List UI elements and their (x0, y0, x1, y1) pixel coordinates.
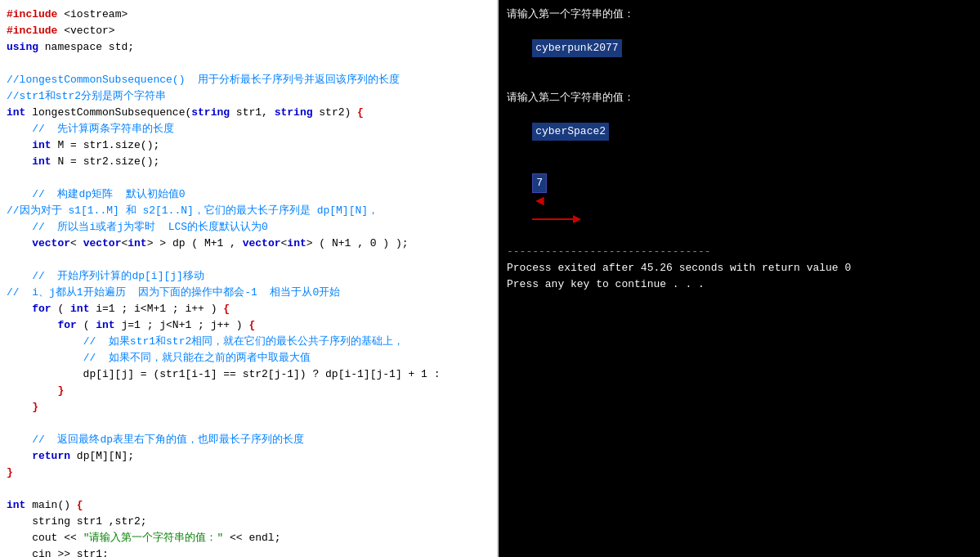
terminal-input1: cyberpunk2077 (507, 23, 972, 74)
red-arrow-icon: ◄ (535, 193, 544, 209)
code-line: // i、j都从1开始遍历 因为下面的操作中都会-1 相当于从0开始 (0, 285, 497, 301)
code-line: //longestCommonSubsequence() 用于分析最长子序列号并… (0, 72, 497, 88)
code-line: dp[i][j] = (str1[i-1] == str2[j-1]) ? dp… (0, 366, 497, 383)
code-line: //str1和str2分别是两个字符串 (0, 88, 497, 105)
code-line: int N = str2.size(); (0, 154, 497, 170)
code-line: for ( int j=1 ; j<N+1 ; j++ ) { (0, 317, 497, 334)
code-line: cin >> str1; (0, 546, 497, 557)
code-line: // 先计算两条字符串的长度 (0, 121, 497, 137)
terminal-spacer (507, 74, 972, 90)
terminal-exit-msg: Process exited after 45.26 seconds with … (507, 260, 972, 276)
terminal-separator: -------------------------------- (507, 244, 972, 260)
code-line: cout << "请输入第一个字符串的值：" << endl; (0, 530, 497, 546)
code-line: using namespace std; (0, 39, 497, 56)
input-value2: cyberSpace2 (532, 123, 609, 141)
terminal-prompt1: 请输入第一个字符串的值： (507, 7, 972, 23)
code-line (0, 481, 497, 497)
code-line: string str1 ,str2; (0, 514, 497, 530)
code-line: int main() { (0, 497, 497, 514)
code-line: // 如果不同，就只能在之前的两者中取最大值 (0, 350, 497, 366)
code-line: int M = str1.size(); (0, 137, 497, 154)
arrow-svg (532, 211, 581, 227)
code-line: int longestCommonSubsequence(string str1… (0, 105, 497, 121)
code-line: vector< vector<int> > dp ( M+1 , vector<… (0, 236, 497, 252)
input-value1: cyberpunk2077 (532, 39, 621, 57)
code-line: for ( int i=1 ; i<M+1 ; i++ ) { (0, 301, 497, 317)
code-line (0, 170, 497, 186)
code-line: // 所以当i或者j为零时 LCS的长度默认认为0 (0, 219, 497, 236)
terminal-result-line: 7 ◄ (507, 157, 972, 244)
code-line (0, 56, 497, 72)
code-line: } (0, 465, 497, 481)
code-line: #include <iostream> (0, 7, 497, 23)
code-line: // 返回最终dp表里右下角的值，也即最长子序列的长度 (0, 432, 497, 448)
terminal-press-key: Press any key to continue . . . (507, 276, 972, 293)
code-editor: #include <iostream> #include <vector> us… (0, 0, 499, 557)
code-line: } (0, 383, 497, 399)
code-line (0, 416, 497, 432)
terminal-panel: 请输入第一个字符串的值： cyberpunk2077 请输入第二个字符串的值： … (499, 0, 980, 557)
code-line: // 开始序列计算的dp[i][j]移动 (0, 268, 497, 285)
code-line: //因为对于 s1[1..M] 和 s2[1..N]，它们的最大长子序列是 dp… (0, 203, 497, 219)
code-line: } (0, 399, 497, 416)
result-value: 7 (532, 173, 547, 193)
terminal-input2-line: cyberSpace2 (507, 106, 972, 157)
code-line: // 构建dp矩阵 默认初始值0 (0, 186, 497, 203)
code-line (0, 252, 497, 268)
code-line: #include <vector> (0, 23, 497, 39)
terminal-prompt2: 请输入第二个字符串的值： (507, 90, 972, 106)
code-line: return dp[M][N]; (0, 448, 497, 465)
code-line: // 如果str1和str2相同，就在它们的最长公共子序列的基础上， (0, 334, 497, 350)
svg-marker-1 (573, 215, 581, 223)
